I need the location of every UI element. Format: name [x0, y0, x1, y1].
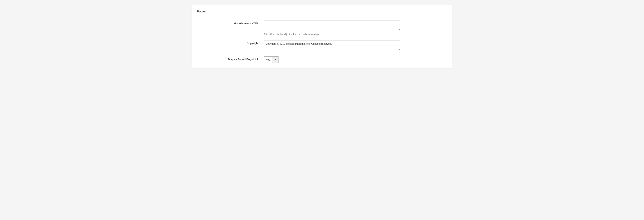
select-toggle[interactable] — [272, 57, 278, 63]
misc-html-textarea[interactable] — [264, 21, 400, 31]
row-display-report-bugs: Display Report Bugs Link Yes — [197, 56, 447, 63]
row-copyright: Copyright — [197, 41, 447, 51]
control-misc-html: This will be displayed just before the b… — [264, 21, 400, 36]
control-display-report-bugs: Yes — [264, 56, 400, 63]
misc-html-hint: This will be displayed just before the b… — [264, 33, 400, 36]
copyright-textarea[interactable] — [264, 41, 400, 51]
label-copyright: Copyright — [197, 41, 264, 45]
display-report-bugs-select[interactable]: Yes — [264, 56, 278, 63]
label-misc-html: Miscellaneous HTML — [197, 21, 264, 25]
panel-title: Footer — [197, 10, 447, 13]
chevron-down-icon — [274, 59, 276, 61]
control-copyright — [264, 41, 400, 51]
row-misc-html: Miscellaneous HTML This will be displaye… — [197, 21, 447, 36]
footer-panel: Footer Miscellaneous HTML This will be d… — [192, 6, 452, 68]
select-value: Yes — [264, 57, 272, 63]
label-display-report-bugs: Display Report Bugs Link — [197, 56, 264, 61]
